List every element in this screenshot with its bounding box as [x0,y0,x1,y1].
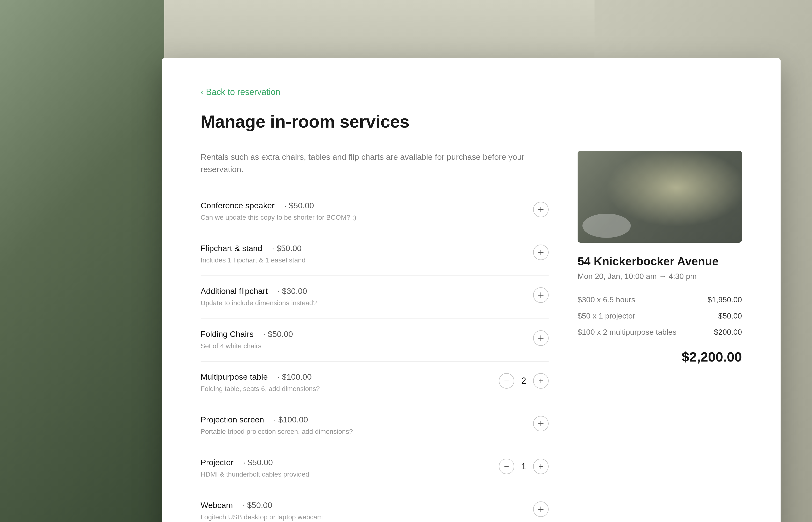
service-info: Additional flipchart· $30.00Update to in… [201,286,524,308]
service-item: Folding Chairs· $50.00Set of 4 white cha… [201,319,549,361]
venue-datetime: Mon 20, Jan, 10:00 am → 4:30 pm [577,272,742,281]
service-note: HDMI & thunderbolt cables provided [201,469,489,479]
summary-line: $50 x 1 projector$50.00 [577,312,742,320]
service-price: · $50.00 [284,201,314,210]
service-note: Can we update this copy to be shorter fo… [201,213,524,222]
service-note: Folding table, seats 6, add dimensions? [201,384,489,394]
service-name: Conference speaker [201,201,275,210]
back-to-reservation-link[interactable]: ‹ Back to reservation [201,87,742,97]
quantity-increase-button[interactable]: + [533,459,549,474]
service-name: Flipchart & stand [201,244,262,253]
service-note: Portable tripod projection screen, add d… [201,427,524,436]
services-panel: Rentals such as extra chairs, tables and… [201,151,549,522]
service-item: Conference speaker· $50.00Can we update … [201,190,549,233]
service-control: + [533,202,549,217]
add-service-button[interactable]: + [533,202,549,217]
service-name-price: Webcam· $50.00 [201,501,524,510]
service-info: Projector· $50.00HDMI & thunderbolt cabl… [201,458,489,479]
summary-label: $300 x 6.5 hours [577,295,635,304]
venue-name: 54 Knickerbocker Avenue [577,255,742,268]
quantity-decrease-button[interactable]: − [499,373,514,388]
service-name: Projector [201,458,234,467]
service-control: −1+ [499,459,549,474]
service-item: Webcam· $50.00Logitech USB desktop or la… [201,489,549,522]
service-item: Additional flipchart· $30.00Update to in… [201,276,549,318]
main-modal: ‹ Back to reservation Manage in-room ser… [162,58,780,522]
services-list: Conference speaker· $50.00Can we update … [201,190,549,522]
summary-value: $1,950.00 [708,295,742,304]
service-info: Projection screen· $100.00Portable tripo… [201,415,524,436]
service-item: Projector· $50.00HDMI & thunderbolt cabl… [201,447,549,489]
service-info: Flipchart & stand· $50.00Includes 1 flip… [201,244,524,265]
add-service-button[interactable]: + [533,501,549,517]
service-control: + [533,416,549,431]
venue-panel: 54 Knickerbocker Avenue Mon 20, Jan, 10:… [577,151,742,522]
service-name: Webcam [201,501,233,510]
service-control: + [533,330,549,346]
venue-image [577,151,742,243]
service-name-price: Projection screen· $100.00 [201,415,524,424]
service-name-price: Conference speaker· $50.00 [201,201,524,210]
service-control: + [533,245,549,260]
add-service-button[interactable]: + [533,287,549,303]
quantity-display: 2 [520,376,527,386]
service-control: + [533,501,549,517]
service-info: Webcam· $50.00Logitech USB desktop or la… [201,501,524,522]
summary-label: $100 x 2 multipurpose tables [577,328,676,337]
service-name: Projection screen [201,415,264,424]
service-price: · $30.00 [278,286,307,296]
service-item: Multipurpose table· $100.00Folding table… [201,361,549,404]
quantity-increase-button[interactable]: + [533,373,549,388]
service-note: Set of 4 white chairs [201,341,524,351]
service-name: Folding Chairs [201,329,253,339]
service-note: Update to include dimensions instead? [201,298,524,308]
summary-label: $50 x 1 projector [577,312,635,320]
back-label: Back to reservation [206,87,280,97]
service-note: Logitech USB desktop or laptop webcam [201,512,524,522]
service-price: · $50.00 [243,501,272,510]
service-name: Multipurpose table [201,372,268,382]
back-chevron-icon: ‹ [201,87,203,97]
service-item: Projection screen· $100.00Portable tripo… [201,404,549,447]
service-name-price: Additional flipchart· $30.00 [201,286,524,296]
service-price: · $50.00 [272,244,302,253]
service-name: Additional flipchart [201,286,268,296]
add-service-button[interactable]: + [533,416,549,431]
summary-line: $300 x 6.5 hours$1,950.00 [577,295,742,304]
total-amount: $2,200.00 [682,349,742,365]
service-name-price: Folding Chairs· $50.00 [201,329,524,339]
service-control: −2+ [499,373,549,388]
summary-total: $2,200.00 [577,344,742,365]
summary-value: $50.00 [718,312,742,320]
content-area: Rentals such as extra chairs, tables and… [201,151,742,522]
service-name-price: Multipurpose table· $100.00 [201,372,489,382]
summary-value: $200.00 [714,328,742,337]
service-price: · $50.00 [243,458,273,467]
quantity-display: 1 [520,461,527,471]
quantity-decrease-button[interactable]: − [499,459,514,474]
service-control: + [533,287,549,303]
summary-line: $100 x 2 multipurpose tables$200.00 [577,328,742,337]
page-title: Manage in-room services [201,112,742,132]
add-service-button[interactable]: + [533,245,549,260]
service-name-price: Projector· $50.00 [201,458,489,467]
service-price: · $50.00 [263,329,293,339]
service-note: Includes 1 flipchart & 1 easel stand [201,256,524,265]
service-price: · $100.00 [278,372,312,382]
service-name-price: Flipchart & stand· $50.00 [201,244,524,253]
service-info: Folding Chairs· $50.00Set of 4 white cha… [201,329,524,351]
description-text: Rentals such as extra chairs, tables and… [201,151,549,176]
service-info: Multipurpose table· $100.00Folding table… [201,372,489,394]
summary-lines: $300 x 6.5 hours$1,950.00$50 x 1 project… [577,295,742,337]
service-item: Flipchart & stand· $50.00Includes 1 flip… [201,233,549,276]
add-service-button[interactable]: + [533,330,549,346]
service-info: Conference speaker· $50.00Can we update … [201,201,524,222]
service-price: · $100.00 [274,415,308,424]
